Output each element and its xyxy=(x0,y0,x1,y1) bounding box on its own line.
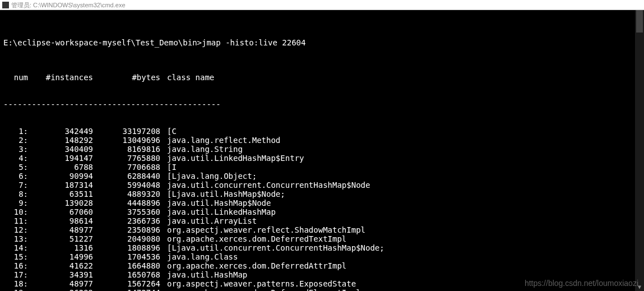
table-row: 13:512272049080org.apache.xerces.dom.Def… xyxy=(3,234,641,243)
cell-num: 15: xyxy=(3,252,31,261)
cell-num: 3: xyxy=(3,145,31,154)
cell-num: 14: xyxy=(3,243,31,252)
cell-classname: java.util.LinkedHashMap xyxy=(160,207,276,216)
cell-classname: [Ljava.util.concurrent.ConcurrentHashMap… xyxy=(160,243,384,252)
window-title: 管理员: C:\WINDOWS\system32\cmd.exe xyxy=(11,1,126,10)
cell-instances: 14996 xyxy=(31,252,93,261)
cell-classname: [C xyxy=(160,127,177,136)
cell-classname: java.util.ArrayList xyxy=(160,216,257,225)
cell-instances: 98614 xyxy=(31,216,93,225)
cell-classname: org.apache.xerces.dom.DeferredAttrImpl xyxy=(160,261,346,270)
cell-num: 11: xyxy=(3,216,31,225)
table-row: 5:67887706688[I xyxy=(3,163,641,172)
cell-num: 4: xyxy=(3,154,31,163)
table-row: 10:670603755360java.util.LinkedHashMap xyxy=(3,207,641,216)
cell-bytes: 1650768 xyxy=(93,270,160,279)
cell-instances: 148292 xyxy=(31,136,93,145)
cell-instances: 139028 xyxy=(31,198,93,207)
cell-instances: 63511 xyxy=(31,190,93,198)
cell-instances: 1316 xyxy=(31,243,93,252)
table-row: 17:343911650768java.util.HashMap xyxy=(3,270,641,279)
cell-instances: 48977 xyxy=(31,279,93,288)
cell-classname: java.util.concurrent.ConcurrentHashMap$N… xyxy=(160,181,370,190)
cell-num: 19: xyxy=(3,288,31,291)
cell-bytes: 4889320 xyxy=(93,190,160,198)
cell-classname: [Ljava.lang.Object; xyxy=(160,172,257,181)
cell-bytes: 2350896 xyxy=(93,225,160,234)
cell-instances: 26299 xyxy=(31,288,93,291)
cell-num: 7: xyxy=(3,181,31,190)
cell-classname: java.util.HashMap$Node xyxy=(160,198,271,207)
table-row: 16:416221664880org.apache.xerces.dom.Def… xyxy=(3,261,641,270)
cell-instances: 340409 xyxy=(31,145,93,154)
cell-bytes: 2049080 xyxy=(93,234,160,243)
cell-classname: java.util.LinkedHashMap$Entry xyxy=(160,154,304,163)
cell-bytes: 3755360 xyxy=(93,207,160,216)
table-row: 18:489771567264org.aspectj.weaver.patter… xyxy=(3,279,641,288)
cell-instances: 34391 xyxy=(31,270,93,279)
cell-classname: org.aspectj.weaver.patterns.ExposedState xyxy=(160,279,356,288)
cmd-icon xyxy=(2,2,9,8)
cell-num: 13: xyxy=(3,234,31,243)
table-row: 11:986142366736java.util.ArrayList xyxy=(3,216,641,225)
header-classname: class name xyxy=(160,73,214,82)
cell-instances: 41622 xyxy=(31,261,93,270)
table-row: 8:635114889320[Ljava.util.HashMap$Node; xyxy=(3,190,641,198)
cell-num: 10: xyxy=(3,207,31,216)
terminal-output[interactable]: E:\eclipse-workspace-myself\Test_Demo\bi… xyxy=(0,10,644,291)
table-row: 14:13161808896[Ljava.util.concurrent.Con… xyxy=(3,243,641,252)
cell-classname: org.apache.xerces.dom.DeferredTextImpl xyxy=(160,234,346,243)
table-row: 1:34244933197208[C xyxy=(3,127,641,136)
cell-classname: java.util.HashMap xyxy=(160,270,247,279)
prompt-path: E:\eclipse-workspace-myself\Test_Demo\bi… xyxy=(3,38,202,47)
cell-num: 2: xyxy=(3,136,31,145)
cell-instances: 6788 xyxy=(31,163,93,172)
cell-instances: 194147 xyxy=(31,154,93,163)
cell-bytes: 7765880 xyxy=(93,154,160,163)
cell-classname: [Ljava.util.HashMap$Node; xyxy=(160,190,285,198)
cell-bytes: 13049696 xyxy=(93,136,160,145)
cell-num: 18: xyxy=(3,279,31,288)
cell-bytes: 6288440 xyxy=(93,172,160,181)
table-row: 6:909946288440[Ljava.lang.Object; xyxy=(3,172,641,181)
divider: ----------------------------------------… xyxy=(3,100,641,109)
cell-classname: java.lang.String xyxy=(160,145,243,154)
table-row: 7:1873145994048java.util.concurrent.Conc… xyxy=(3,181,641,190)
prompt-line: E:\eclipse-workspace-myself\Test_Demo\bi… xyxy=(3,38,641,47)
scrollbar-thumb[interactable] xyxy=(636,10,643,33)
table-row: 4:1941477765880java.util.LinkedHashMap$E… xyxy=(3,154,641,163)
cell-instances: 51227 xyxy=(31,234,93,243)
cell-classname: java.lang.reflect.Method xyxy=(160,136,280,145)
cell-bytes: 8169816 xyxy=(93,145,160,154)
table-row: 3:3404098169816java.lang.String xyxy=(3,145,641,154)
cell-num: 5: xyxy=(3,163,31,172)
cell-bytes: 1704536 xyxy=(93,252,160,261)
cell-bytes: 4448896 xyxy=(93,198,160,207)
table-header: num #instances #bytes class name xyxy=(3,73,641,82)
cell-num: 17: xyxy=(3,270,31,279)
cell-classname: org.apache.xerces.dom.DeferredElementImp… xyxy=(160,288,361,291)
window-titlebar: 管理员: C:\WINDOWS\system32\cmd.exe xyxy=(0,0,644,10)
cell-bytes: 1808896 xyxy=(93,243,160,252)
cell-bytes: 1567264 xyxy=(93,279,160,288)
cell-num: 8: xyxy=(3,190,31,198)
cell-classname: [I xyxy=(160,163,177,172)
cell-instances: 48977 xyxy=(31,225,93,234)
cell-num: 16: xyxy=(3,261,31,270)
cell-bytes: 5994048 xyxy=(93,181,160,190)
prompt-command: jmap -histo:live 22604 xyxy=(202,38,305,47)
cell-num: 1: xyxy=(3,127,31,136)
cell-instances: 187314 xyxy=(31,181,93,190)
scroll-down-icon[interactable]: ▼ xyxy=(635,283,644,291)
cell-bytes: 1472744 xyxy=(93,288,160,291)
cell-bytes: 1664880 xyxy=(93,261,160,270)
cell-classname: org.aspectj.weaver.reflect.ShadowMatchIm… xyxy=(160,225,365,234)
table-row: 9:1390284448896java.util.HashMap$Node xyxy=(3,198,641,207)
cell-instances: 342449 xyxy=(31,127,93,136)
header-bytes: #bytes xyxy=(93,73,160,82)
vertical-scrollbar[interactable]: ▲ ▼ xyxy=(635,10,644,291)
cell-instances: 67060 xyxy=(31,207,93,216)
table-row: 2:14829213049696java.lang.reflect.Method xyxy=(3,136,641,145)
header-instances: #instances xyxy=(31,73,93,82)
table-row: 12:489772350896org.aspectj.weaver.reflec… xyxy=(3,225,641,234)
